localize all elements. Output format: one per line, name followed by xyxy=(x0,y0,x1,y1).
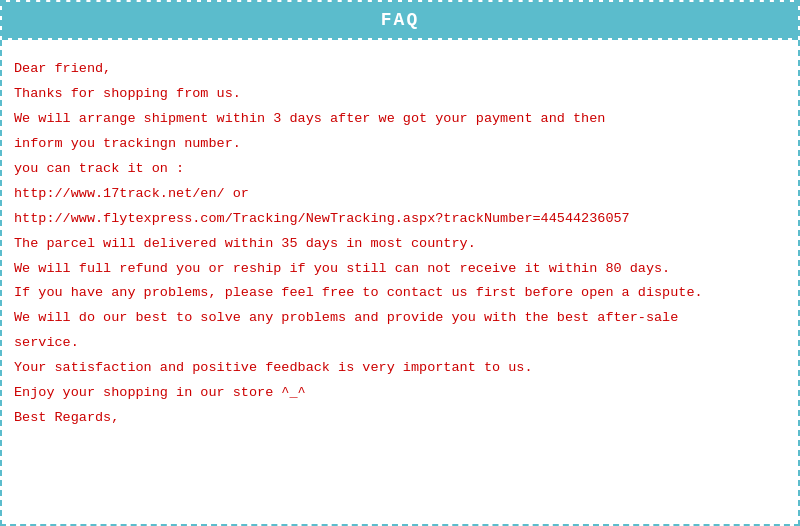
faq-header: FAQ xyxy=(2,2,798,38)
content-line: http://www.flytexpress.com/Tracking/NewT… xyxy=(14,208,786,231)
faq-content: Dear friend,Thanks for shopping from us.… xyxy=(2,40,798,444)
content-line: http://www.17track.net/en/ or xyxy=(14,183,786,206)
content-line: Best Regards, xyxy=(14,407,786,430)
content-line: inform you trackingn number. xyxy=(14,133,786,156)
content-line: Your satisfaction and positive feedback … xyxy=(14,357,786,380)
content-line: Enjoy your shopping in our store ^_^ xyxy=(14,382,786,405)
content-line: We will full refund you or reship if you… xyxy=(14,258,786,281)
content-line: We will arrange shipment within 3 days a… xyxy=(14,108,786,131)
content-line: service. xyxy=(14,332,786,355)
content-line: Thanks for shopping from us. xyxy=(14,83,786,106)
content-line: We will do our best to solve any problem… xyxy=(14,307,786,330)
content-line: The parcel will delivered within 35 days… xyxy=(14,233,786,256)
content-line: If you have any problems, please feel fr… xyxy=(14,282,786,305)
page-wrapper: FAQ Dear friend,Thanks for shopping from… xyxy=(0,0,800,526)
header-title: FAQ xyxy=(381,10,419,30)
content-line: Dear friend, xyxy=(14,58,786,81)
content-line: you can track it on : xyxy=(14,158,786,181)
